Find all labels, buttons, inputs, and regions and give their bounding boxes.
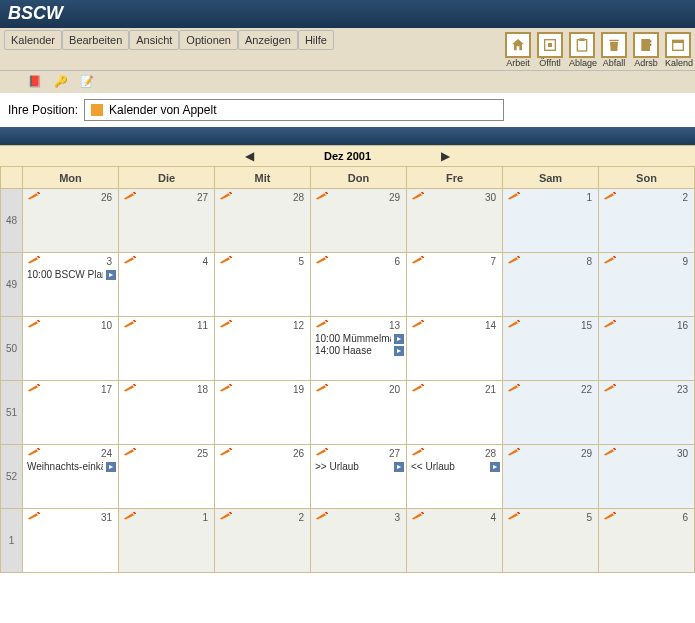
day-cell[interactable]: 27>> Urlaub▸ <box>311 445 407 509</box>
kalend-button[interactable] <box>665 32 691 58</box>
day-cell[interactable]: 3 <box>311 509 407 573</box>
day-cell[interactable]: 16 <box>599 317 695 381</box>
day-cell[interactable]: 5 <box>503 509 599 573</box>
day-cell[interactable]: 24Weihnachts-einkäufe▸ <box>23 445 119 509</box>
more-icon[interactable]: ▸ <box>106 270 116 280</box>
offntl-button[interactable] <box>537 32 563 58</box>
day-cell[interactable]: 21 <box>407 381 503 445</box>
day-cell[interactable]: 1 <box>119 509 215 573</box>
event-item[interactable]: << Urlaub▸ <box>407 461 502 473</box>
event-item[interactable]: Weihnachts-einkäufe▸ <box>23 461 118 473</box>
adrsb-button[interactable] <box>633 32 659 58</box>
day-cell[interactable]: 20 <box>311 381 407 445</box>
menu-optionen[interactable]: Optionen <box>179 30 238 50</box>
pencil-icon[interactable] <box>315 191 329 203</box>
pencil-icon[interactable] <box>27 319 41 331</box>
day-cell[interactable]: 25 <box>119 445 215 509</box>
pencil-icon[interactable] <box>219 191 233 203</box>
day-cell[interactable]: 9 <box>599 253 695 317</box>
pencil-icon[interactable] <box>603 447 617 459</box>
pencil-icon[interactable] <box>411 511 425 523</box>
day-cell[interactable]: 12 <box>215 317 311 381</box>
pencil-icon[interactable] <box>27 191 41 203</box>
event-item[interactable]: 10:00 Mümmelmann▸ <box>311 333 406 345</box>
pencil-icon[interactable] <box>123 511 137 523</box>
pencil-icon[interactable] <box>123 255 137 267</box>
pencil-icon[interactable] <box>411 447 425 459</box>
pencil-icon[interactable] <box>411 383 425 395</box>
day-cell[interactable]: 4 <box>119 253 215 317</box>
day-cell[interactable]: 6 <box>311 253 407 317</box>
pencil-icon[interactable] <box>411 255 425 267</box>
pencil-icon[interactable] <box>315 255 329 267</box>
pencil-icon[interactable] <box>315 319 329 331</box>
day-cell[interactable]: 27 <box>119 189 215 253</box>
pencil-icon[interactable] <box>219 511 233 523</box>
pencil-icon[interactable] <box>219 255 233 267</box>
pencil-icon[interactable] <box>315 511 329 523</box>
day-cell[interactable]: 31 <box>23 509 119 573</box>
day-cell[interactable]: 310:00 BSCW Planung▸ <box>23 253 119 317</box>
more-icon[interactable]: ▸ <box>106 462 116 472</box>
key-icon[interactable]: 🔑 <box>54 75 68 89</box>
next-month-button[interactable]: ▶ <box>441 149 450 163</box>
more-icon[interactable]: ▸ <box>394 334 404 344</box>
pencil-icon[interactable] <box>315 383 329 395</box>
pencil-icon[interactable] <box>123 383 137 395</box>
day-cell[interactable]: 29 <box>503 445 599 509</box>
menu-ansicht[interactable]: Ansicht <box>129 30 179 50</box>
day-cell[interactable]: 22 <box>503 381 599 445</box>
pencil-icon[interactable] <box>507 447 521 459</box>
event-item[interactable]: 14:00 Haase▸ <box>311 345 406 357</box>
pencil-icon[interactable] <box>603 255 617 267</box>
event-item[interactable]: 10:00 BSCW Planung▸ <box>23 269 118 281</box>
menu-hilfe[interactable]: Hilfe <box>298 30 334 50</box>
day-cell[interactable]: 30 <box>407 189 503 253</box>
more-icon[interactable]: ▸ <box>394 462 404 472</box>
day-cell[interactable]: 7 <box>407 253 503 317</box>
event-item[interactable]: >> Urlaub▸ <box>311 461 406 473</box>
prev-month-button[interactable]: ◀ <box>245 149 254 163</box>
day-cell[interactable]: 1310:00 Mümmelmann▸14:00 Haase▸ <box>311 317 407 381</box>
pencil-icon[interactable] <box>123 191 137 203</box>
book-icon[interactable]: 📕 <box>28 75 42 89</box>
day-cell[interactable]: 29 <box>311 189 407 253</box>
day-cell[interactable]: 17 <box>23 381 119 445</box>
more-icon[interactable]: ▸ <box>490 462 500 472</box>
menu-anzeigen[interactable]: Anzeigen <box>238 30 298 50</box>
ablage-button[interactable] <box>569 32 595 58</box>
day-cell[interactable]: 15 <box>503 317 599 381</box>
day-cell[interactable]: 23 <box>599 381 695 445</box>
day-cell[interactable]: 18 <box>119 381 215 445</box>
pencil-icon[interactable] <box>411 191 425 203</box>
pencil-icon[interactable] <box>603 511 617 523</box>
pencil-icon[interactable] <box>507 255 521 267</box>
pencil-icon[interactable] <box>315 447 329 459</box>
pencil-icon[interactable] <box>603 191 617 203</box>
pencil-icon[interactable] <box>27 383 41 395</box>
day-cell[interactable]: 2 <box>599 189 695 253</box>
pencil-icon[interactable] <box>219 447 233 459</box>
day-cell[interactable]: 5 <box>215 253 311 317</box>
pencil-icon[interactable] <box>507 319 521 331</box>
pencil-icon[interactable] <box>123 319 137 331</box>
menu-bearbeiten[interactable]: Bearbeiten <box>62 30 129 50</box>
day-cell[interactable]: 26 <box>23 189 119 253</box>
note-icon[interactable]: 📝 <box>80 75 94 89</box>
pencil-icon[interactable] <box>219 319 233 331</box>
day-cell[interactable]: 30 <box>599 445 695 509</box>
menu-kalender[interactable]: Kalender <box>4 30 62 50</box>
pencil-icon[interactable] <box>27 511 41 523</box>
pencil-icon[interactable] <box>507 383 521 395</box>
pencil-icon[interactable] <box>603 319 617 331</box>
day-cell[interactable]: 4 <box>407 509 503 573</box>
more-icon[interactable]: ▸ <box>394 346 404 356</box>
day-cell[interactable]: 2 <box>215 509 311 573</box>
pencil-icon[interactable] <box>507 511 521 523</box>
day-cell[interactable]: 8 <box>503 253 599 317</box>
day-cell[interactable]: 10 <box>23 317 119 381</box>
day-cell[interactable]: 6 <box>599 509 695 573</box>
day-cell[interactable]: 26 <box>215 445 311 509</box>
pencil-icon[interactable] <box>507 191 521 203</box>
day-cell[interactable]: 28<< Urlaub▸ <box>407 445 503 509</box>
